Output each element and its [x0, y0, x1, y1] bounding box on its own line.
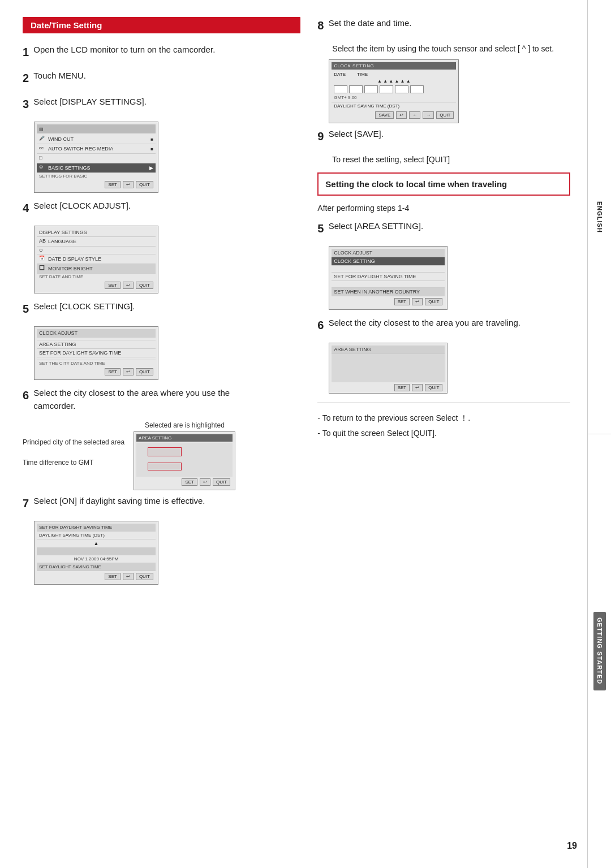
cs-set-btn[interactable]: SET: [105, 368, 121, 375]
cs-back-btn[interactable]: ↩: [123, 368, 134, 375]
ampm-input[interactable]: [410, 85, 424, 93]
day-input[interactable]: [364, 85, 378, 93]
step-7: 7 Select [ON] if daylight saving time is…: [23, 495, 300, 512]
dst-action-row: SET DAYLIGHT SAVING TIME: [37, 563, 156, 571]
year-input[interactable]: [334, 85, 347, 93]
set-btn[interactable]: SET: [105, 181, 121, 188]
step-5-right-text: Select [AREA SETTING].: [329, 220, 424, 233]
month-input[interactable]: [349, 85, 363, 93]
area-travel-screen: CLOCK ADJUST CLOCK SETTING SET FOR DAYLI…: [329, 246, 448, 310]
left-column: Date/Time Setting 1 Open the LCD monitor…: [23, 17, 300, 851]
dst-set-btn[interactable]: SET: [105, 573, 121, 580]
language-icon: AB: [39, 238, 46, 245]
screen-row-autoswitch: cc AUTO SWITCH REC MEDIA ■: [37, 144, 156, 154]
step-1: 1 Open the LCD monitor to turn on the ca…: [23, 44, 300, 61]
area-right-screen: AREA SETTING SET ↩ QUIT: [329, 343, 448, 394]
ar-back-btn[interactable]: ↩: [412, 384, 423, 391]
ca-set-btn[interactable]: SET: [105, 282, 121, 289]
ca-back-btn[interactable]: ↩: [123, 282, 134, 289]
dst-back-btn[interactable]: ↩: [123, 573, 134, 580]
clock-setting-screen: CLOCK ADJUST AREA SETTING SET FOR DAYLIG…: [34, 326, 158, 380]
at-row-another: SET WHEN IN ANOTHER COUNTRY: [332, 288, 445, 296]
min-input[interactable]: [395, 85, 408, 93]
step-4-text: Select [CLOCK ADJUST].: [33, 200, 131, 213]
step-3: 3 Select [DISPLAY SETTINGS].: [23, 96, 300, 113]
area-diagram: Principed city of the selected area Time…: [23, 421, 300, 490]
clock-adjust-screen: DISPLAY SETTINGS AB LANGUAGE ⊙ 📅 DATE DI…: [34, 226, 158, 293]
area-header: AREA SETTING: [136, 434, 233, 442]
at-set-btn[interactable]: SET: [394, 298, 410, 305]
ca-row-language: AB LANGUAGE: [37, 237, 156, 247]
step-8: 8 Set the date and time.: [317, 17, 570, 34]
al-set-btn[interactable]: SET: [182, 478, 197, 486]
ar-header-row: AREA SETTING: [332, 346, 445, 354]
step-2-text: Touch MENU.: [33, 70, 86, 83]
ar-set-btn[interactable]: SET: [394, 384, 410, 391]
dst-header-row: SET FOR DAYLIGHT SAVING TIME: [37, 524, 156, 532]
step-8-text: Set the date and time.: [329, 17, 412, 30]
at-row-adjust: CLOCK ADJUST: [332, 249, 445, 257]
gmt-row: GMT+ 9:00: [332, 94, 456, 101]
step-7-number: 7: [23, 497, 29, 509]
step-1-number: 1: [23, 46, 29, 58]
step-6-right-text: Select the city closest to the area you …: [329, 317, 520, 330]
dst-sub-row: DAYLIGHT SAVING TIME (DST): [37, 532, 156, 539]
at-back-btn[interactable]: ↩: [412, 298, 423, 305]
quit-btn2[interactable]: QUIT: [436, 111, 454, 119]
step-5-left-number: 5: [23, 303, 29, 315]
clock-labels-row: DATE TIME: [332, 71, 456, 78]
step-6-left: 6 Select the city closest to the area wh…: [23, 387, 300, 412]
ca-row-date: 📅 DATE DISPLAY STYLE: [37, 254, 156, 264]
traveling-annotation: Setting the clock to local time when tra…: [317, 172, 570, 196]
clock-inputs: [332, 84, 456, 94]
step-2: 2 Touch MENU.: [23, 70, 300, 87]
at-row-dst: SET FOR DAYLIGHT SAVING TIME: [332, 273, 445, 281]
basic-icon: ⚙: [39, 165, 46, 171]
time-diff-label: Time difference to GMT: [23, 459, 93, 467]
ar-footer: SET ↩ QUIT: [332, 382, 445, 393]
step-3-number: 3: [23, 98, 29, 110]
hour-input[interactable]: [380, 85, 393, 93]
empty1-icon: □: [39, 155, 46, 162]
dst-quit-btn[interactable]: QUIT: [136, 573, 153, 580]
time-label: TIME: [357, 72, 368, 77]
right-sidebar: ENGLISH GETTING STARTED: [587, 0, 611, 868]
al-quit-btn[interactable]: QUIT: [213, 478, 230, 486]
date-icon: 📅: [39, 256, 46, 262]
at-quit-btn[interactable]: QUIT: [425, 298, 442, 305]
started-label: GETTING STARTED: [593, 612, 606, 690]
clock-screen-footer: SAVE ↩ ← → QUIT: [332, 110, 456, 120]
ca-label-setdate: SET DATE AND TIME: [37, 274, 156, 280]
sidebar-started: GETTING STARTED: [588, 434, 611, 868]
monitor-icon: 🔲: [39, 265, 46, 272]
step-7-text: Select [ON] if daylight saving time is e…: [33, 495, 205, 508]
area-time-box: [148, 463, 182, 470]
after-steps-note: After performing steps 1-4: [317, 202, 570, 214]
section-header: Date/Time Setting: [23, 17, 300, 33]
cs-back-btn2[interactable]: ↩: [396, 111, 407, 119]
screen-label-basic: SETTINGS FOR BASIC: [37, 173, 156, 179]
at-row-setting: CLOCK SETTING: [332, 257, 445, 266]
display-settings-footer: SET ↩ QUIT: [37, 179, 156, 190]
step-4-number: 4: [23, 202, 29, 214]
right-btn[interactable]: →: [423, 111, 434, 119]
al-back-btn[interactable]: ↩: [200, 478, 210, 486]
page-container: Date/Time Setting 1 Open the LCD monitor…: [0, 0, 611, 868]
clock-screen-mock: CLOCK SETTING DATE TIME ▲ ▲ ▲ ▲ ▲ ▲ GMT+…: [329, 59, 459, 123]
step-5-right: 5 Select [AREA SETTING].: [317, 220, 570, 237]
dst-screen: SET FOR DAYLIGHT SAVING TIME DAYLIGHT SA…: [34, 521, 158, 585]
screen-row-windcut: 🎤 WIND CUT ■: [37, 135, 156, 144]
dst-label-row: DAYLIGHT SAVING TIME (DST): [332, 102, 456, 110]
step-1-text: Open the LCD monitor to turn on the camc…: [33, 44, 215, 57]
ar-quit-btn[interactable]: QUIT: [425, 384, 442, 391]
left-btn[interactable]: ←: [409, 111, 420, 119]
english-label: ENGLISH: [594, 197, 605, 237]
dst-date-row: NOV 1 2009 04:55PM: [37, 555, 156, 563]
quit-btn[interactable]: QUIT: [136, 181, 153, 188]
save-btn[interactable]: SAVE: [375, 111, 394, 119]
back-btn[interactable]: ↩: [123, 181, 134, 188]
ca-quit-btn[interactable]: QUIT: [136, 282, 153, 289]
autoswitch-icon: cc: [39, 145, 46, 152]
cs-quit-btn[interactable]: QUIT: [136, 368, 153, 375]
at-footer: SET ↩ QUIT: [332, 296, 445, 307]
